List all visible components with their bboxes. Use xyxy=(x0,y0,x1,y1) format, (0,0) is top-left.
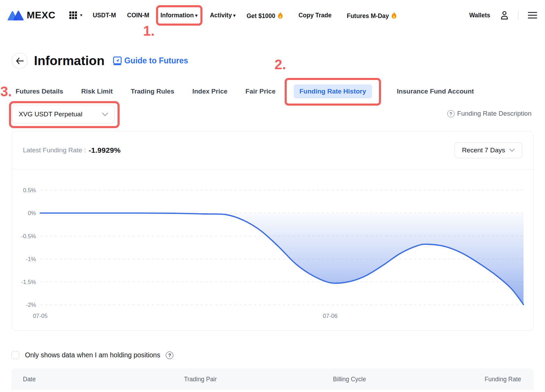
page-header: Information Guide to Futures xyxy=(11,53,188,69)
funding-rate-chart[interactable]: 0.5%0%-0.5%-1%-1.5%-2%07-0507-06 xyxy=(12,169,533,330)
column-header-billing-cycle: Billing Cycle xyxy=(285,376,414,383)
mexc-futures-page: MEXC ▾ USDT-M COIN-M Information▾ 1. Act… xyxy=(0,0,545,392)
date-range-value: Recent 7 Days xyxy=(462,146,505,154)
annotation-number-1: 1. xyxy=(143,24,155,38)
info-tabs: Futures Details Risk Limit Trading Rules… xyxy=(16,84,492,98)
annotation-number-2: 2. xyxy=(275,57,286,71)
svg-text:-0.5%: -0.5% xyxy=(21,233,36,239)
mexc-logo-icon xyxy=(8,10,24,21)
nav-activity[interactable]: Activity▾ xyxy=(210,12,235,19)
tab-insurance-fund-account[interactable]: Insurance Fund Account xyxy=(397,88,474,95)
nav-futures-m-day[interactable]: Futures M-Day xyxy=(347,11,397,20)
trading-pair-select[interactable]: XVG USDT Perpetual xyxy=(12,105,115,124)
nav-coin-m[interactable]: COIN-M xyxy=(127,12,149,19)
chevron-down-icon: ▾ xyxy=(195,13,198,18)
nav-wallets[interactable]: Wallets xyxy=(469,12,490,19)
latest-funding-rate-label: Latest Funding Rate : xyxy=(23,146,86,154)
fire-icon xyxy=(277,12,283,19)
chevron-down-icon: ▾ xyxy=(233,13,236,18)
tab-risk-limit[interactable]: Risk Limit xyxy=(81,88,113,95)
svg-text:07-05: 07-05 xyxy=(33,313,47,319)
chart-card-header: Latest Funding Rate : -1.9929% Recent 7 … xyxy=(12,131,533,169)
guide-link-label: Guide to Futures xyxy=(124,56,188,65)
selector-row: XVG USDT Perpetual 3. ? Funding Rate Des… xyxy=(12,105,531,124)
nav-usdt-m[interactable]: USDT-M xyxy=(93,12,116,19)
hamburger-menu-icon[interactable] xyxy=(528,11,537,19)
question-circle-icon[interactable]: ? xyxy=(166,351,173,359)
tab-fair-price[interactable]: Fair Price xyxy=(245,88,276,95)
nav-right-group: Wallets xyxy=(469,10,537,20)
brand-name: MEXC xyxy=(27,10,55,21)
date-range-select[interactable]: Recent 7 Days xyxy=(455,142,522,158)
holding-positions-checkbox[interactable] xyxy=(11,351,19,359)
svg-text:-1%: -1% xyxy=(26,256,36,262)
back-button[interactable] xyxy=(11,53,28,69)
trading-pair-value: XVG USDT Perpetual xyxy=(19,110,82,118)
holding-positions-label: Only shows data when I am holding positi… xyxy=(25,351,160,359)
svg-text:-2%: -2% xyxy=(26,302,36,308)
svg-text:0.5%: 0.5% xyxy=(23,187,36,193)
funding-rate-area-chart: 0.5%0%-0.5%-1%-1.5%-2%07-0507-06 xyxy=(12,169,533,330)
holding-filter-row: Only shows data when I am holding positi… xyxy=(11,351,173,359)
nav-get-1000[interactable]: Get $1000 xyxy=(246,11,283,20)
chevron-down-icon xyxy=(509,149,515,152)
tab-index-price[interactable]: Index Price xyxy=(192,88,227,95)
grid-icon xyxy=(69,11,77,19)
funding-rate-description-label: Funding Rate Description xyxy=(457,110,531,117)
tab-funding-rate-history[interactable]: Funding Rate History xyxy=(294,84,372,98)
column-header-funding-rate: Funding Rate xyxy=(414,376,534,383)
page-title: Information xyxy=(34,54,104,68)
funding-rate-chart-card: Latest Funding Rate : -1.9929% Recent 7 … xyxy=(11,131,534,331)
fire-icon xyxy=(391,12,397,19)
svg-text:0%: 0% xyxy=(28,210,36,216)
guide-to-futures-link[interactable]: Guide to Futures xyxy=(113,56,188,65)
chevron-down-icon xyxy=(102,113,108,116)
mexc-logo[interactable]: MEXC xyxy=(8,10,55,21)
column-header-trading-pair: Trading Pair xyxy=(115,376,285,383)
guide-book-icon xyxy=(113,56,122,65)
apps-grid-button[interactable]: ▾ xyxy=(69,11,83,19)
chevron-down-icon: ▾ xyxy=(80,12,83,18)
user-account-icon[interactable] xyxy=(500,10,509,20)
column-header-date: Date xyxy=(11,376,115,383)
question-circle-icon: ? xyxy=(447,110,455,117)
arrow-left-icon xyxy=(16,57,24,64)
annotation-number-3: 3. xyxy=(0,84,12,98)
top-navbar: MEXC ▾ USDT-M COIN-M Information▾ 1. Act… xyxy=(0,0,545,30)
funding-rate-table-header: Date Trading Pair Billing Cycle Funding … xyxy=(11,368,534,390)
tab-trading-rules[interactable]: Trading Rules xyxy=(131,88,174,95)
tab-futures-details[interactable]: Futures Details xyxy=(16,88,63,95)
nav-divider xyxy=(518,11,519,20)
svg-text:-1.5%: -1.5% xyxy=(21,279,36,285)
nav-copy-trade[interactable]: Copy Trade xyxy=(299,12,331,19)
nav-information[interactable]: Information▾ xyxy=(161,12,198,19)
svg-text:07-06: 07-06 xyxy=(323,313,337,319)
latest-funding-rate-value: -1.9929% xyxy=(89,146,121,154)
funding-rate-description-link[interactable]: ? Funding Rate Description xyxy=(447,110,531,117)
